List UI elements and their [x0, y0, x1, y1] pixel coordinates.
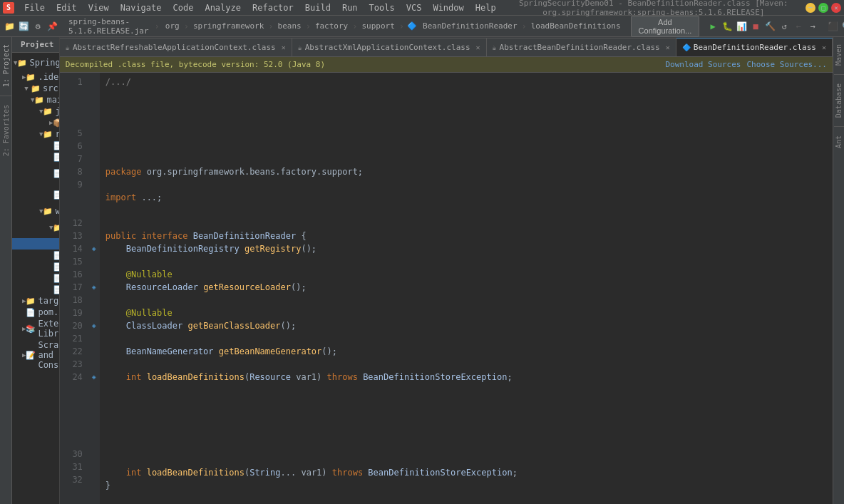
gutter-19 [88, 307, 100, 319]
menu-code[interactable]: Code [168, 1, 200, 14]
tree-root[interactable]: ▼ 📁 SpringSecurityDemo01 D:\software-cod… [12, 54, 59, 71]
toolbar-pin-btn[interactable]: 📌 [46, 20, 58, 33]
src-label: src [43, 83, 58, 93]
code-content: /.../ package org.springframework.beans.… [100, 73, 833, 504]
tab-close-2[interactable]: ✕ [666, 43, 670, 51]
code-line-32 [106, 492, 827, 504]
bc-method[interactable]: loadBeanDefinitions [528, 21, 624, 31]
tab-close-3[interactable]: ✕ [822, 43, 826, 51]
tree-webinf[interactable]: ▼ 📁 WEB-INF [12, 217, 59, 238]
project-panel-header: Project ⚙ ⊞ ─ ✕ [12, 37, 59, 53]
sidebar-tab-project[interactable]: 1: Project [1, 40, 11, 91]
bc-springframework[interactable]: springframework [190, 21, 267, 31]
tree-target[interactable]: ▶ 📁 target [12, 295, 59, 307]
bc-reader[interactable]: BeanDefinitionReader [420, 21, 520, 31]
menu-file[interactable]: File [19, 1, 51, 14]
tab-close-1[interactable]: ✕ [476, 43, 480, 51]
coverage-button[interactable]: 📊 [735, 20, 748, 33]
tree-homejsp[interactable]: ▶ 📄 home.jsp [12, 261, 59, 272]
main-label: main [46, 95, 58, 105]
tree-pom[interactable]: ▶ 📄 pom.xml [12, 307, 59, 318]
menu-edit[interactable]: Edit [51, 1, 83, 14]
menu-run[interactable]: Run [336, 1, 364, 14]
code-line-blank-after-popup [106, 453, 827, 466]
tab-icon-1: ☕ [298, 43, 302, 51]
menu-navigate[interactable]: Navigate [115, 1, 168, 14]
tree-extlibs[interactable]: ▶ 📚 External Libraries [12, 318, 59, 339]
gutter-12 [88, 217, 100, 230]
close-button[interactable]: ✕ [831, 3, 841, 13]
tab-abstractrefreshable[interactable]: ☕ AbstractRefreshableApplicationContext.… [60, 38, 292, 56]
code-line-blank9 [106, 217, 827, 230]
toolbar-sync-btn[interactable]: 🔄 [17, 20, 30, 33]
terminal-icon[interactable]: ⬛ [826, 20, 839, 33]
tab-close-0[interactable]: ✕ [282, 43, 286, 51]
download-buttons: Download Sources Choose Sources... [665, 60, 827, 69]
bc-beans[interactable]: beans [275, 21, 304, 31]
bc-support[interactable]: support [359, 21, 397, 31]
build-button[interactable]: 🔨 [763, 20, 776, 33]
bc-sep-6: › [522, 21, 527, 31]
gutter-17: ◈ [88, 281, 100, 294]
bc-org[interactable]: org [163, 21, 182, 31]
tree-log4j[interactable]: ▶ 📄 log4j.properties [12, 151, 59, 163]
choose-sources-btn[interactable]: Choose Sources... [746, 60, 827, 69]
springsec-icon: 📄 [53, 190, 58, 200]
sync-button[interactable]: ↺ [778, 20, 791, 33]
tree-main[interactable]: ▼ 📁 main [12, 94, 59, 106]
maximize-button[interactable]: □ [818, 3, 828, 13]
code-line-21 [106, 332, 827, 345]
tree-indexjsp[interactable]: ▶ 📄 index.jsp [12, 272, 59, 284]
minimize-button[interactable]: ─ [806, 3, 815, 13]
idea-label: .idea [38, 72, 58, 82]
tree-src[interactable]: ▼ 📁 src [12, 83, 59, 94]
menu-refactor[interactable]: Refactor [247, 1, 299, 14]
tab-beandefinitionreader[interactable]: 🔷 BeanDefinitionReader.class ✕ [676, 38, 833, 56]
src-folder-icon: 📁 [31, 84, 41, 93]
root-folder-icon: 📁 [17, 58, 27, 68]
code-line-blank10 [106, 384, 827, 396]
tree-idea[interactable]: ▶ 📁 .idea [12, 71, 59, 83]
java-label: java [55, 106, 58, 116]
add-configuration-button[interactable]: Add Configuration... [631, 16, 700, 37]
tree-resources[interactable]: ▼ 📁 resources [12, 128, 59, 140]
tree-java[interactable]: ▼ 📁 java [12, 106, 59, 117]
gutter-23 [88, 358, 100, 371]
idea-folder-icon: 📁 [26, 73, 36, 82]
tree-webxml[interactable]: ▶ 📄 web.xml [12, 238, 59, 250]
debug-button[interactable]: 🐛 [721, 20, 734, 33]
right-tab-maven[interactable]: Maven [833, 40, 844, 70]
menu-tools[interactable]: Tools [364, 1, 401, 14]
bc-factory[interactable]: factory [312, 21, 351, 31]
menu-help[interactable]: Help [470, 1, 502, 14]
root-label: SpringSecurityDemo01 [29, 58, 58, 68]
toolbar-settings-btn[interactable]: ⚙ [31, 20, 44, 33]
menu-vcs[interactable]: VCS [401, 1, 428, 14]
tree-appctx[interactable]: ▶ 📄 applicationContext.xml [12, 140, 59, 151]
menu-view[interactable]: View [83, 1, 115, 14]
run-button[interactable]: ▶ [706, 20, 719, 33]
errorjsp-icon: 📄 [53, 251, 58, 260]
tab-abstractxml[interactable]: ☕ AbstractXmlApplicationContext.class ✕ [292, 38, 487, 56]
tree-scratches[interactable]: ▶ 📝 Scratches and Consoles [12, 339, 59, 371]
code-line-blank6 [106, 153, 827, 165]
download-sources-btn[interactable]: Download Sources [665, 60, 741, 69]
tab-abstractbean[interactable]: ☕ AbstractBeanDefinitionReader.class ✕ [487, 38, 676, 56]
menu-analyze[interactable]: Analyze [199, 1, 247, 14]
tree-loginjsp[interactable]: ▶ 📄 login.jsp [12, 284, 59, 295]
sidebar-tab-favorites[interactable]: 2: Favorites [1, 101, 11, 160]
menu-build[interactable]: Build [299, 1, 336, 14]
menu-window[interactable]: Window [427, 1, 469, 14]
right-tab-ant[interactable]: Ant [833, 131, 844, 153]
resources-label: resources [55, 129, 58, 139]
tree-package[interactable]: ▶ 📦 com.biao.service [12, 117, 59, 128]
right-tab-database[interactable]: Database [833, 79, 844, 122]
forward-button[interactable]: → [806, 20, 819, 33]
tree-springmvc[interactable]: ▶ 📄 spring-mvc.xml [12, 163, 59, 184]
stop-button[interactable]: ■ [749, 20, 762, 33]
tree-errorjsp[interactable]: ▶ 📄 error.jsp [12, 250, 59, 261]
toolbar-project-btn[interactable]: 📁 [3, 20, 16, 33]
tree-webapp[interactable]: ▼ 📁 webapp [12, 205, 59, 217]
search-everywhere-icon[interactable]: 🔍 [840, 20, 844, 33]
tree-springsec[interactable]: ▶ 📄 spring-security.xml [12, 184, 59, 205]
